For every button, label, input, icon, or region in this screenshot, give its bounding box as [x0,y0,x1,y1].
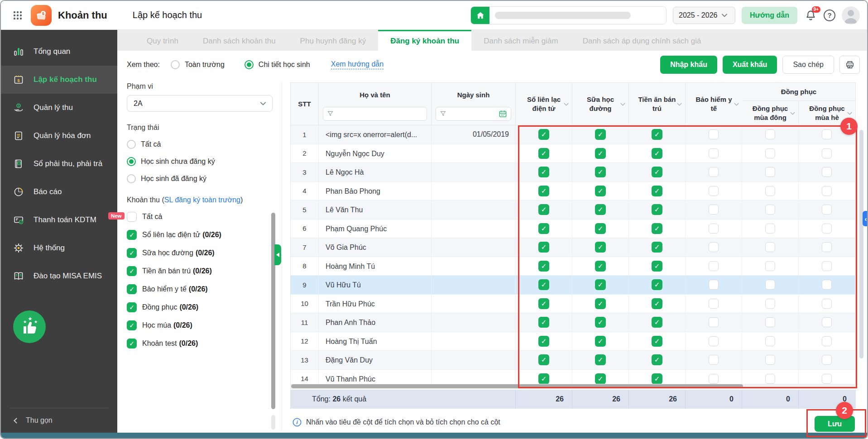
registration-checkbox[interactable] [822,205,832,215]
column-header-stt[interactable]: STT [291,83,319,125]
column-header-name[interactable]: Họ và tên [319,83,432,125]
registration-checkbox[interactable] [538,373,549,384]
fee-checkbox-item[interactable]: Tiền ăn bán trú(0/26) [127,266,273,277]
registration-checkbox[interactable] [652,354,662,365]
status-radio-tat-ca[interactable]: Tất cả [127,140,273,149]
fee-checkbox-item[interactable]: Học múa(0/26) [127,320,273,331]
registration-checkbox[interactable] [538,129,549,140]
sidebar-item-tong-quan[interactable]: Tổng quan [1,38,117,66]
tab-danh-sach-mien-giam[interactable]: Danh sách miễn giảm [471,30,570,51]
expand-panel-tab[interactable]: ‹ [863,211,868,226]
avatar[interactable] [842,6,860,24]
registration-checkbox[interactable] [538,148,549,159]
registration-checkbox[interactable] [765,355,775,365]
dob-filter-input[interactable] [436,107,511,121]
registration-checkbox[interactable] [538,186,549,196]
copy-button[interactable]: Sao chép [782,56,834,74]
registration-checkbox[interactable] [765,205,775,215]
tab-danh-sach-khoan-thu[interactable]: Danh sách khoản thu [191,30,288,51]
table-row[interactable]: 5 Lê Văn Thu [291,200,855,220]
registration-checkbox[interactable] [595,354,606,365]
tab-danh-sach-ap-dung-chinh-sach-gia[interactable]: Danh sách áp dụng chính sách giá [571,30,714,51]
sidebar-collapse-button[interactable]: Thu gọn [1,408,117,433]
registration-checkbox[interactable] [709,261,719,271]
registration-checkbox[interactable] [709,355,719,365]
status-radio-da-dang-ky[interactable]: Học sinh đã đăng ký [127,174,273,183]
registration-checkbox[interactable] [595,336,606,347]
table-row[interactable]: 4 Phan Bảo Phong [291,182,855,201]
registration-checkbox[interactable] [652,167,662,177]
registration-checkbox[interactable] [652,223,662,234]
horizontal-scrollbar-thumb[interactable] [291,384,743,388]
fee-checkbox-item[interactable]: Tất cả [127,211,273,222]
registration-checkbox[interactable] [652,317,662,328]
registration-checkbox[interactable] [765,261,775,271]
registration-checkbox[interactable] [709,205,719,215]
registration-checkbox[interactable] [652,242,662,253]
column-header-fee[interactable]: Bảo hiểm y tế [686,83,742,125]
registration-checkbox[interactable] [538,354,549,365]
registration-checkbox[interactable] [822,374,832,384]
table-row[interactable]: 13 Đặng Văn Duy [291,351,855,370]
registration-checkbox[interactable] [652,279,662,290]
registration-checkbox[interactable] [595,242,606,253]
registration-checkbox[interactable] [765,167,775,177]
table-row[interactable]: 11 Phan Anh Thảo [291,313,855,332]
registration-checkbox[interactable] [595,373,606,384]
scope-select[interactable]: 2A [127,95,273,112]
sidebar-item-quan-ly-thu[interactable]: $ Quản lý thu [1,94,117,122]
registration-checkbox[interactable] [822,148,832,158]
registration-checkbox[interactable] [709,148,719,158]
tab-quy-trinh[interactable]: Quy trình [134,30,191,51]
sidebar-item-dao-tao-misa-emis[interactable]: Đào tạo MISA EMIS [1,262,117,290]
registration-checkbox[interactable] [709,280,719,290]
sidebar-item-thanh-toan-kdtm[interactable]: Thanh toán KDTM New [1,206,117,234]
feedback-thumbs-up-icon[interactable]: ★ ★ ★ [13,310,117,345]
registration-checkbox[interactable] [709,336,719,346]
registration-checkbox[interactable] [595,279,606,290]
sidebar-item-quan-ly-hoa-don[interactable]: Quản lý hóa đơn [1,122,117,150]
sidebar-item-bao-cao[interactable]: Báo cáo [1,178,117,206]
registration-checkbox[interactable] [538,336,549,347]
fee-checkbox-item[interactable]: Sổ liên lạc điện tử(0/26) [127,229,273,240]
registration-checkbox[interactable] [595,317,606,328]
table-row[interactable]: 10 Trần Hữu Phúc [291,295,855,314]
sidebar-item-he-thong[interactable]: Hệ thống [1,234,117,262]
column-header-fee[interactable]: Sữa học đường [572,83,629,125]
registration-checkbox[interactable] [595,167,606,177]
registration-checkbox[interactable] [709,299,719,309]
sidebar-item-lap-ke-hoach-thu[interactable]: $ Lập kế hoạch thu [1,66,117,94]
registration-checkbox[interactable] [822,261,832,271]
home-icon[interactable] [471,7,489,24]
registration-checkbox[interactable] [595,148,606,159]
registration-checkbox[interactable] [709,374,719,384]
filter-panel-scrollbar[interactable] [271,213,275,409]
registration-checkbox[interactable] [595,298,606,309]
registration-checkbox[interactable] [538,223,549,234]
print-button[interactable] [839,56,860,74]
column-header-fee-sub[interactable]: Đồng phục mùa đông [742,101,799,125]
registration-checkbox[interactable] [652,261,662,272]
name-filter-input[interactable] [323,107,427,121]
registration-checkbox[interactable] [538,204,549,215]
table-row[interactable]: 12 Hoàng Thị Tuấn [291,332,855,351]
tab-phu-huynh-dang-ky[interactable]: Phụ huynh đăng ký [288,30,379,51]
table-row[interactable]: 3 Lê Ngọc Hà [291,163,855,182]
registration-checkbox[interactable] [652,148,662,159]
registration-checkbox[interactable] [822,224,832,234]
sidebar-item-so-phai-thu-phai-tra[interactable]: $ Sổ phải thu, phải trả [1,150,117,178]
registration-checkbox[interactable] [538,279,549,290]
registration-checkbox[interactable] [765,280,775,290]
registration-checkbox[interactable] [709,129,719,139]
fee-checkbox-item[interactable]: Sữa học đường(0/26) [127,248,273,258]
tab-dang-ky-khoan-thu[interactable]: Đăng ký khoản thu [378,30,471,51]
registration-checkbox[interactable] [765,336,775,346]
export-button[interactable]: Xuất khẩu [723,56,777,74]
registration-checkbox[interactable] [822,242,832,252]
search-input[interactable] [489,7,666,24]
registration-checkbox[interactable] [652,298,662,309]
horizontal-scrollbar[interactable] [290,384,856,389]
fee-checkbox-item[interactable]: Đồng phục(0/26) [127,302,273,313]
registration-checkbox[interactable] [538,298,549,309]
save-button[interactable]: Lưu [815,416,855,432]
